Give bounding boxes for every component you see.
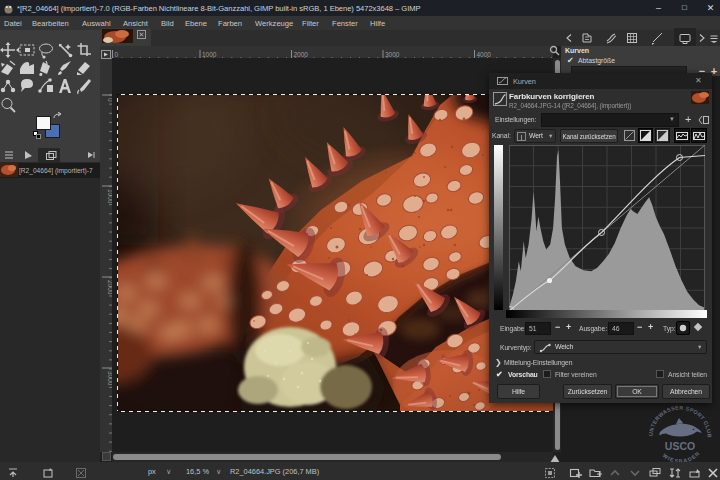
svg-text:3000: 3000 <box>385 51 400 58</box>
svg-text:4000: 4000 <box>477 51 492 58</box>
svg-text:2000: 2000 <box>294 51 309 58</box>
svg-text:USCO: USCO <box>665 440 695 452</box>
svg-text:1000: 1000 <box>202 51 217 58</box>
svg-text:0: 0 <box>115 51 119 58</box>
